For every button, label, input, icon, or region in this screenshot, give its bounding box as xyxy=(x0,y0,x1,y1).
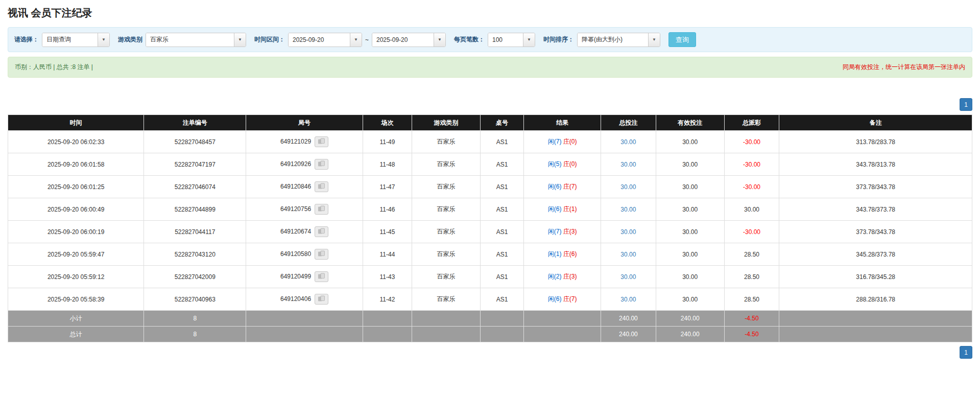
page-title: 视讯 会员下注纪录 xyxy=(8,4,972,27)
total-count: 8 xyxy=(144,327,246,342)
page-size-combobox: ▼ xyxy=(488,33,535,47)
table-row: 2025-09-20 06:00:19 522827044117 6491206… xyxy=(8,221,972,243)
total-bet-link[interactable]: 30.00 xyxy=(620,206,636,213)
search-button[interactable]: 查询 xyxy=(668,32,696,47)
page-button-1-bottom[interactable]: 1 xyxy=(960,346,972,359)
cell-total-bet: 30.00 xyxy=(601,153,656,176)
filter-group-page-size: 每页笔数： ▼ xyxy=(454,33,535,47)
cell-valid-bet: 30.00 xyxy=(656,243,724,266)
query-type-input[interactable] xyxy=(42,33,98,47)
cell-result: 闲(7) 庄(0) xyxy=(524,131,601,153)
header-note: 备注 xyxy=(779,115,972,131)
cell-note: 373.78/343.78 xyxy=(779,176,972,198)
result-banker: 庄(0) xyxy=(563,138,577,145)
subtotal-row: 小计 8 240.00 240.00 -4.50 xyxy=(8,311,972,327)
chevron-down-icon[interactable]: ▼ xyxy=(234,33,246,47)
cell-total-bet: 30.00 xyxy=(601,221,656,243)
result-banker: 庄(0) xyxy=(563,160,577,168)
cell-session: 11-45 xyxy=(363,221,412,243)
cell-game-type: 百家乐 xyxy=(412,131,481,153)
total-bet-link[interactable]: 30.00 xyxy=(620,228,636,236)
view-cards-button[interactable] xyxy=(315,136,328,147)
bets-table: 时间 注单编号 局号 场次 游戏类别 桌号 结果 总投注 有效投注 总派彩 备注… xyxy=(8,114,972,342)
table-row: 2025-09-20 06:01:58 522827047197 6491209… xyxy=(8,153,972,176)
chevron-down-icon[interactable]: ▼ xyxy=(350,33,362,47)
total-bet-link[interactable]: 30.00 xyxy=(620,183,636,191)
result-player: 闲(6) xyxy=(548,295,562,303)
cell-time: 2025-09-20 06:02:33 xyxy=(8,131,144,153)
sort-input[interactable] xyxy=(578,33,648,47)
cell-time: 2025-09-20 05:59:47 xyxy=(8,243,144,266)
date-to-input[interactable] xyxy=(372,33,434,47)
cell-time: 2025-09-20 05:58:39 xyxy=(8,288,144,311)
cell-total-bet: 30.00 xyxy=(601,198,656,221)
date-from-input[interactable] xyxy=(289,33,350,47)
chevron-down-icon[interactable]: ▼ xyxy=(434,33,445,47)
view-cards-button[interactable] xyxy=(315,159,328,170)
total-bet-link[interactable]: 30.00 xyxy=(620,161,636,168)
view-cards-button[interactable] xyxy=(315,204,328,215)
sort-label: 时间排序： xyxy=(543,35,574,44)
total-valid-bet: 240.00 xyxy=(656,327,724,342)
round-id-value: 649120756 xyxy=(280,205,311,213)
cell-round-id: 649121029 xyxy=(246,131,363,153)
filter-group-select: 请选择： ▼ xyxy=(14,33,110,47)
page-button-1[interactable]: 1 xyxy=(960,98,972,111)
cell-result: 闲(1) 庄(6) xyxy=(524,243,601,266)
cards-icon xyxy=(318,273,325,281)
total-bet-link[interactable]: 30.00 xyxy=(620,251,636,258)
subtotal-label: 小计 xyxy=(8,311,144,327)
total-bet-link[interactable]: 30.00 xyxy=(620,138,636,146)
result-banker: 庄(3) xyxy=(563,273,577,280)
cards-icon xyxy=(318,295,325,304)
cell-session: 11-44 xyxy=(363,243,412,266)
date-range-separator: ~ xyxy=(365,36,369,43)
cell-game-type: 百家乐 xyxy=(412,221,481,243)
cell-game-type: 百家乐 xyxy=(412,243,481,266)
view-cards-button[interactable] xyxy=(315,226,328,237)
game-type-input[interactable] xyxy=(146,33,234,47)
cell-game-type: 百家乐 xyxy=(412,198,481,221)
result-player: 闲(2) xyxy=(548,273,562,280)
chevron-down-icon[interactable]: ▼ xyxy=(648,33,660,47)
round-id-value: 649120846 xyxy=(280,183,311,190)
cell-payout: -30.00 xyxy=(724,221,779,243)
total-bet-link[interactable]: 30.00 xyxy=(620,296,636,303)
cell-result: 闲(2) 庄(3) xyxy=(524,266,601,288)
cell-total-bet: 30.00 xyxy=(601,176,656,198)
cell-total-bet: 30.00 xyxy=(601,131,656,153)
cell-note: 373.78/343.78 xyxy=(779,221,972,243)
cell-round-id: 649120926 xyxy=(246,153,363,176)
cell-game-type: 百家乐 xyxy=(412,266,481,288)
summary-bar: 币别：人民币 | 总共 :8 注单 | 同局有效投注，统一计算在该局第一张注单内 xyxy=(8,57,972,78)
cell-payout: 28.50 xyxy=(724,243,779,266)
cell-note: 316.78/345.28 xyxy=(779,266,972,288)
subtotal-payout: -4.50 xyxy=(724,311,779,327)
cell-time: 2025-09-20 06:01:58 xyxy=(8,153,144,176)
chevron-down-icon[interactable]: ▼ xyxy=(523,33,535,47)
cell-bet-id: 522827048457 xyxy=(144,131,246,153)
view-cards-button[interactable] xyxy=(315,271,328,282)
cell-note: 313.78/283.78 xyxy=(779,131,972,153)
cell-total-bet: 30.00 xyxy=(601,266,656,288)
result-banker: 庄(6) xyxy=(563,250,577,258)
header-valid-bet: 有效投注 xyxy=(656,115,724,131)
cell-result: 闲(5) 庄(0) xyxy=(524,153,601,176)
view-cards-button[interactable] xyxy=(315,294,328,305)
cell-session: 11-42 xyxy=(363,288,412,311)
cell-round-id: 649120756 xyxy=(246,198,363,221)
chevron-down-icon[interactable]: ▼ xyxy=(98,33,109,47)
result-player: 闲(1) xyxy=(548,250,562,258)
filter-group-sort: 时间排序： ▼ xyxy=(543,33,660,47)
cell-valid-bet: 30.00 xyxy=(656,153,724,176)
header-payout: 总派彩 xyxy=(724,115,779,131)
view-cards-button[interactable] xyxy=(315,181,328,192)
page-size-input[interactable] xyxy=(488,33,523,47)
view-cards-button[interactable] xyxy=(315,249,328,260)
pagination-top: 1 xyxy=(8,98,972,111)
cell-bet-id: 522827042009 xyxy=(144,266,246,288)
total-bet-link[interactable]: 30.00 xyxy=(620,273,636,281)
cell-table-no: AS1 xyxy=(481,288,524,311)
select-label: 请选择： xyxy=(14,35,39,44)
cell-table-no: AS1 xyxy=(481,131,524,153)
